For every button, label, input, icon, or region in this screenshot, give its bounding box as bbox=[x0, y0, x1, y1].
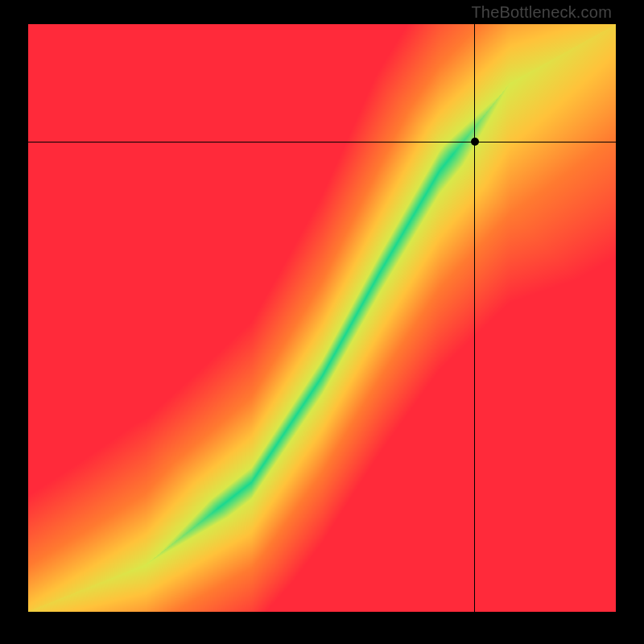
heatmap-plot bbox=[28, 24, 616, 612]
watermark-text: TheBottleneck.com bbox=[471, 3, 612, 22]
crosshair-vertical bbox=[474, 24, 475, 612]
heatmap-canvas bbox=[28, 24, 616, 612]
crosshair-marker-dot bbox=[471, 138, 479, 146]
crosshair-horizontal bbox=[28, 142, 616, 142]
